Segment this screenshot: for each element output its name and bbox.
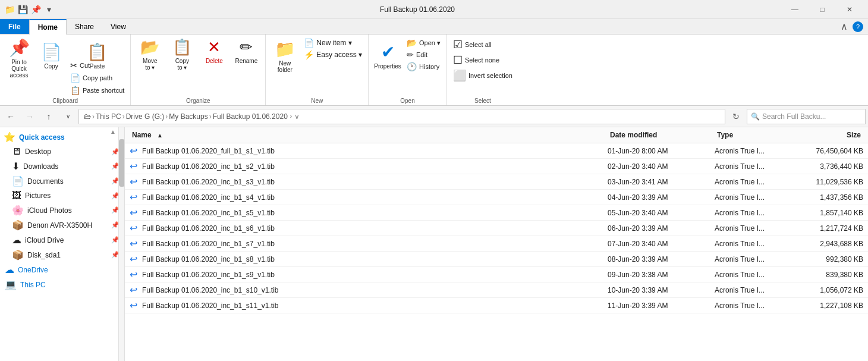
file-type-icon: ↩ [130,284,137,296]
file-date: 05-Jun-20 3:40 AM [608,209,715,217]
open-button[interactable]: 📂 Open ▾ [404,37,443,49]
rename-button[interactable]: ✏ Rename [231,37,262,75]
table-row[interactable]: ↩ Full Backup 01.06.2020_inc_b1_s5_v1.ti… [125,205,868,221]
icloud-photos-icon: 🌸 [12,205,24,216]
cut-button[interactable]: ✂ Cut [68,59,127,71]
this-pc-label: This PC [20,281,46,289]
sidebar-item-quick-access[interactable]: ⭐ Quick access [0,130,124,145]
file-type-icon: ↩ [130,161,137,172]
select-none-button[interactable]: ☐ Select none [451,52,515,68]
new-item-button[interactable]: 📄 New item ▾ [301,37,364,49]
sidebar-item-disk-sda1[interactable]: 📦 Disk_sda1 📌 [0,247,124,262]
tab-view[interactable]: View [102,19,134,34]
address-dropdown[interactable]: ∨ [294,112,300,121]
refresh-button[interactable]: ↻ [728,108,744,125]
table-row[interactable]: ↩ Full Backup 01.06.2020_full_b1_s1_v1.t… [125,143,868,159]
sidebar-item-desktop[interactable]: 🖥 Desktop 📌 [0,145,124,159]
file-date: 02-Jun-20 3:40 AM [608,162,715,171]
sidebar-item-icloud-drive[interactable]: ☁ iCloud Drive 📌 [0,233,124,247]
breadcrumb-full-backup[interactable]: Full Backup 01.06.2020 [213,112,288,121]
title-bar-icons: 📁 💾 📌 ▾ [5,5,54,14]
properties-button[interactable]: ✔ Properties [372,37,403,75]
tab-home[interactable]: Home [29,19,67,34]
invert-selection-button[interactable]: ⬜ Invert selection [451,68,515,83]
table-row[interactable]: ↩ Full Backup 01.06.2020_inc_b1_s11_v1.t… [125,298,868,313]
file-date: 10-Jun-20 3:39 AM [608,286,715,294]
file-size: 1,217,724 KB [792,224,863,233]
copy-to-button[interactable]: 📋 Copyto ▾ [166,37,197,75]
forward-button[interactable]: → [21,108,38,125]
minimize-button[interactable]: — [781,0,809,19]
file-type-icon: ↩ [130,192,137,203]
sidebar-item-downloads[interactable]: ⬇ Downloads 📌 [0,159,124,174]
copy-button[interactable]: 📄 Copy [36,37,67,75]
delete-button[interactable]: ✕ Delete [199,37,229,75]
file-type: Acronis True I... [715,178,792,186]
sidebar-item-this-pc[interactable]: 💻 This PC [0,277,124,292]
quick-access-label: Quick access [19,133,65,142]
col-header-size[interactable]: Size [792,130,863,140]
sidebar-scrollbar [118,127,124,361]
table-row[interactable]: ↩ Full Backup 01.06.2020_inc_b1_s7_v1.ti… [125,236,868,252]
search-bar[interactable]: 🔍 Search Full Backu... [747,109,866,124]
maximize-button[interactable]: □ [809,0,836,19]
file-date: 11-Jun-20 3:39 AM [608,302,715,310]
table-row[interactable]: ↩ Full Backup 01.06.2020_inc_b1_s4_v1.ti… [125,190,868,205]
paste-shortcut-button[interactable]: 📋 Paste shortcut [68,84,127,96]
col-header-type[interactable]: Type [715,130,792,140]
edit-label: Edit [416,51,427,58]
table-row[interactable]: ↩ Full Backup 01.06.2020_inc_b1_s2_v1.ti… [125,159,868,174]
sidebar-item-denon[interactable]: 📦 Denon AVR-X3500H 📌 [0,218,124,233]
copy-path-button[interactable]: 📄 Copy path [68,72,127,84]
table-row[interactable]: ↩ Full Backup 01.06.2020_inc_b1_s3_v1.ti… [125,174,868,190]
edit-icon: ✏ [407,50,414,59]
tab-share[interactable]: Share [67,19,102,34]
file-size: 839,380 KB [792,271,863,279]
help-button[interactable]: ? [853,21,863,32]
up-button[interactable]: ↑ [40,108,57,125]
collapse-ribbon-button[interactable]: ∧ [841,21,848,32]
properties-icon: ✔ [381,42,395,62]
file-type-icon: ↩ [130,253,137,265]
tab-file[interactable]: File [0,19,29,34]
delete-icon: ✕ [207,38,221,56]
col-header-name[interactable]: Name ▲ [130,130,608,140]
ribbon-group-select: ☑ Select all ☐ Select none ⬜ Invert sele… [447,34,518,105]
address-chevron[interactable]: › [290,113,292,120]
new-folder-button[interactable]: 📁 Newfolder [269,37,300,75]
select-all-button[interactable]: ☑ Select all [451,37,515,52]
edit-button[interactable]: ✏ Edit [404,49,443,61]
close-button[interactable]: ✕ [836,0,863,19]
move-to-button[interactable]: 📂 Moveto ▾ [134,37,165,75]
breadcrumb-my-backups[interactable]: My Backups [169,112,207,121]
sidebar-item-documents[interactable]: 📄 Documents 📌 [0,174,124,189]
icloud-drive-icon: ☁ [12,234,21,246]
dropdown-icon[interactable]: ▾ [44,5,54,14]
sidebar-item-pictures[interactable]: 🖼 Pictures 📌 [0,189,124,203]
file-type-icon: ↩ [130,222,137,234]
table-row[interactable]: ↩ Full Backup 01.06.2020_inc_b1_s9_v1.ti… [125,267,868,282]
sidebar-scroll-thumb[interactable] [119,139,125,187]
table-row[interactable]: ↩ Full Backup 01.06.2020_inc_b1_s8_v1.ti… [125,252,868,267]
col-header-date[interactable]: Date modified [608,130,715,140]
file-name: Full Backup 01.06.2020_inc_b1_s6_v1.tib [142,224,275,233]
new-item-label: New item ▾ [316,39,351,47]
table-row[interactable]: ↩ Full Backup 01.06.2020_inc_b1_s6_v1.ti… [125,221,868,236]
history-button[interactable]: 🕐 History [404,61,443,73]
search-icon: 🔍 [751,112,760,121]
cut-icon: ✂ [70,61,77,70]
breadcrumb-drive-g[interactable]: Drive G (G:) [126,112,165,121]
address-bar[interactable]: 🗁 › This PC › Drive G (G:) › My Backups … [78,109,725,124]
organize-items: 📂 Moveto ▾ 📋 Copyto ▾ ✕ Delete ✏ Rename [134,37,262,96]
easy-access-button[interactable]: ⚡ Easy access ▾ [301,49,364,61]
sidebar-item-icloud-photos[interactable]: 🌸 iCloud Photos 📌 [0,203,124,218]
file-date: 01-Jun-20 8:00 AM [608,147,715,155]
pin-quick-access-button[interactable]: 📌 Pin to Quickaccess [4,37,34,80]
table-row[interactable]: ↩ Full Backup 01.06.2020_inc_b1_s10_v1.t… [125,282,868,298]
onedrive-label: OneDrive [18,266,48,274]
breadcrumb-this-pc[interactable]: This PC [96,112,121,121]
back-button[interactable]: ← [2,108,19,125]
file-type: Acronis True I... [715,286,792,294]
expand-button[interactable]: ∨ [59,108,76,125]
sidebar-item-onedrive[interactable]: ☁ OneDrive [0,262,124,277]
